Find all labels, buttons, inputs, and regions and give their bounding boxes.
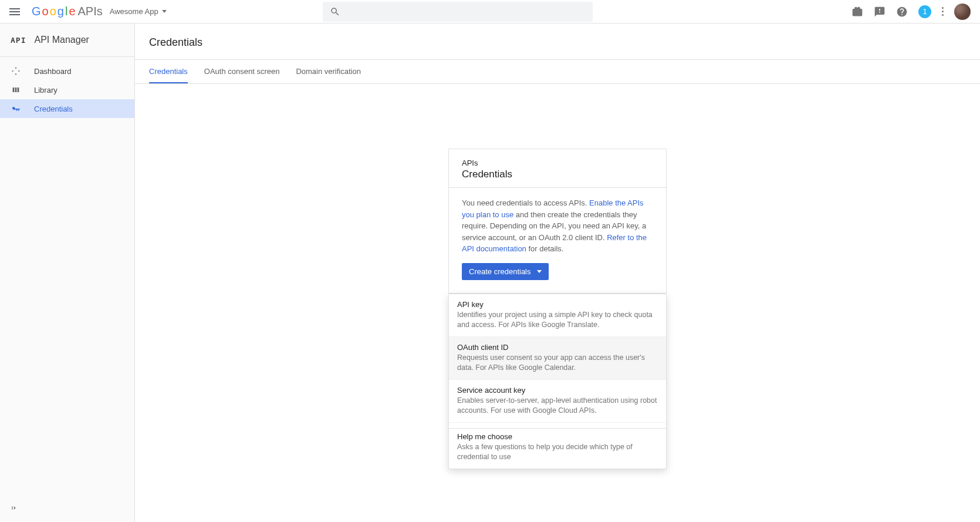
help-icon[interactable] bbox=[896, 6, 908, 18]
sidebar-item-credentials[interactable]: Credentials bbox=[0, 99, 134, 118]
create-credentials-menu: API key Identifies your project using a … bbox=[448, 294, 667, 469]
search-icon bbox=[330, 6, 340, 17]
sidebar-nav: Dashboard Library Credentials bbox=[0, 57, 134, 522]
key-icon bbox=[11, 103, 21, 114]
api-badge-icon: API bbox=[11, 36, 26, 45]
caret-down-icon bbox=[537, 270, 542, 273]
library-icon bbox=[11, 85, 21, 95]
sidebar-item-label: Library bbox=[34, 86, 58, 95]
menu-item-title: API key bbox=[457, 300, 658, 309]
sidebar-item-library[interactable]: Library bbox=[0, 80, 134, 99]
menu-item-title: OAuth client ID bbox=[457, 343, 658, 352]
button-label: Create credentials bbox=[469, 267, 531, 276]
notifications-badge[interactable]: 1 bbox=[918, 5, 931, 18]
card-eyebrow: APIs bbox=[462, 159, 653, 167]
card-title: Credentials bbox=[462, 169, 653, 180]
search-input[interactable] bbox=[323, 2, 593, 22]
menu-item-service-account-key[interactable]: Service account key Enables server-to-se… bbox=[449, 380, 666, 423]
credentials-card: APIs Credentials You need credentials to… bbox=[448, 149, 667, 294]
card-body: You need credentials to access APIs. Ena… bbox=[449, 188, 666, 293]
main: Credentials Credentials OAuth consent sc… bbox=[135, 23, 980, 522]
caret-down-icon bbox=[162, 10, 167, 13]
project-name: Awesome App bbox=[110, 7, 158, 16]
menu-item-title: Service account key bbox=[457, 386, 658, 395]
menu-item-oauth-client-id[interactable]: OAuth client ID Requests user consent so… bbox=[449, 337, 666, 380]
sidebar-item-label: Credentials bbox=[34, 105, 73, 113]
sidebar-header: API API Manager bbox=[0, 23, 134, 57]
feedback-icon[interactable] bbox=[874, 6, 886, 18]
tab-bar: Credentials OAuth consent screen Domain … bbox=[135, 59, 980, 84]
top-bar: Google APIs Awesome App 1 bbox=[0, 0, 980, 23]
sidebar-title: API Manager bbox=[34, 35, 89, 45]
menu-item-help-me-choose[interactable]: Help me choose Asks a few questions to h… bbox=[449, 429, 666, 469]
project-selector[interactable]: Awesome App bbox=[110, 7, 167, 16]
menu-item-api-key[interactable]: API key Identifies your project using a … bbox=[449, 294, 666, 337]
sidebar-item-label: Dashboard bbox=[34, 67, 72, 76]
gift-icon[interactable] bbox=[851, 6, 863, 18]
tab-domain-verification[interactable]: Domain verification bbox=[296, 60, 361, 83]
avatar[interactable] bbox=[954, 4, 971, 20]
menu-item-desc: Requests user consent so your app can ac… bbox=[457, 353, 658, 373]
page-title: Credentials bbox=[135, 23, 980, 59]
dashboard-icon bbox=[11, 66, 21, 76]
more-icon[interactable] bbox=[942, 7, 944, 16]
collapse-sidebar-icon[interactable] bbox=[11, 504, 19, 514]
menu-item-desc: Enables server-to-server, app-level auth… bbox=[457, 396, 658, 416]
menu-item-desc: Identifies your project using a simple A… bbox=[457, 310, 658, 331]
menu-icon[interactable] bbox=[9, 6, 20, 17]
top-right-actions: 1 bbox=[851, 4, 971, 20]
menu-item-title: Help me choose bbox=[457, 432, 658, 441]
menu-item-desc: Asks a few questions to help you decide … bbox=[457, 442, 658, 463]
sidebar-item-dashboard[interactable]: Dashboard bbox=[0, 62, 134, 80]
brand-logo[interactable]: Google APIs bbox=[32, 5, 103, 18]
menu-separator bbox=[449, 423, 666, 429]
sidebar: API API Manager Dashboard Library Cred bbox=[0, 23, 135, 522]
brand-suffix: APIs bbox=[78, 5, 103, 18]
tab-credentials[interactable]: Credentials bbox=[149, 60, 188, 83]
tab-oauth-consent[interactable]: OAuth consent screen bbox=[204, 60, 280, 83]
create-credentials-button[interactable]: Create credentials bbox=[462, 263, 549, 280]
